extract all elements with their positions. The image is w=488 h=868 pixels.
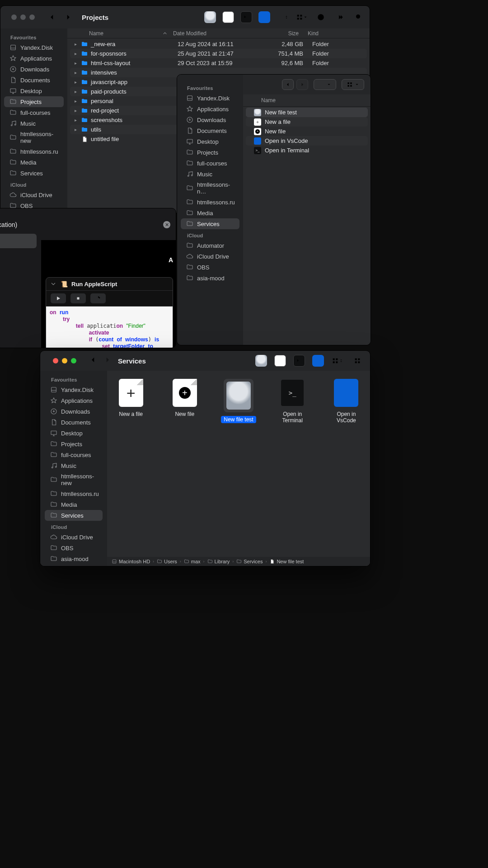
sidebar-item-media[interactable]: Media (4, 157, 64, 168)
sidebar-item-applications[interactable]: Applications (4, 53, 64, 64)
toolbar-newfile-icon[interactable] (222, 11, 234, 23)
stop-button[interactable] (70, 293, 86, 303)
sidebar-item-media[interactable]: Media (45, 499, 103, 510)
back-button[interactable] (47, 13, 57, 21)
file-row[interactable]: >_Open in Terminal (246, 146, 368, 155)
toolbar-vscode-icon[interactable] (258, 11, 270, 23)
apps-icon (50, 397, 57, 404)
path-segment[interactable]: Library (207, 559, 230, 564)
sidebar-item-htmllessons-ru[interactable]: htmllessons.ru (4, 146, 64, 157)
back-button[interactable] (89, 356, 97, 366)
view-grid-button[interactable] (331, 354, 344, 367)
back-button[interactable] (282, 79, 294, 90)
sidebar-item-htmllessons-new[interactable]: htmllessons-new (45, 471, 103, 488)
sidebar-item-projects[interactable]: Projects (45, 439, 103, 449)
sidebar-item-automator[interactable]: Automator (181, 240, 239, 251)
sidebar-item-downloads[interactable]: Downloads (181, 114, 239, 125)
more-button[interactable] (333, 11, 346, 24)
view-list-button[interactable] (277, 11, 289, 24)
sidebar-item-yandex-disk[interactable]: Yandex.Disk (4, 42, 64, 53)
sidebar-item-icloud-drive[interactable]: iCloud Drive (4, 189, 64, 200)
desktop-icon (9, 87, 17, 94)
sidebar-item-documents[interactable]: Documents (4, 75, 64, 85)
sidebar-item-music[interactable]: Music (181, 169, 239, 179)
view-list-button[interactable] (314, 79, 336, 90)
column-headers[interactable]: Name Date Modified Size Kind (67, 28, 370, 38)
file-row[interactable]: Open in VsCode (246, 136, 368, 146)
view-grid-button[interactable] (342, 79, 364, 90)
chevron-down-icon[interactable] (50, 280, 57, 288)
sidebar-item-music[interactable]: Music (45, 460, 103, 471)
grid-item-open-in-vscode[interactable]: Open in VsCode (325, 379, 367, 549)
close-tab-icon[interactable]: ✕ (163, 221, 170, 228)
view-grid-button[interactable] (296, 11, 308, 24)
sidebar-item-documents[interactable]: Documents (45, 417, 103, 428)
file-row[interactable]: ▸for-sposnsors25 Aug 2021 at 21:47751,4 … (70, 49, 367, 58)
path-segment[interactable]: Users (157, 559, 177, 564)
sidebar-item-obs[interactable]: OBS (45, 542, 103, 553)
view-grid2-button[interactable] (351, 354, 364, 367)
sidebar-item-htmllessons-n-[interactable]: htmllessons-n… (181, 179, 239, 197)
sidebar-item-icloud-drive[interactable]: iCloud Drive (45, 532, 103, 542)
grid-item-new-file-test[interactable]: New file test (217, 379, 259, 549)
toolbar-automator-icon[interactable] (255, 355, 267, 367)
column-headers[interactable]: Name (243, 94, 371, 107)
path-segment[interactable]: max (184, 559, 201, 564)
file-row[interactable]: ▸_new-era12 Aug 2024 at 16:112,48 GBFold… (70, 39, 367, 49)
sidebar-item-projects[interactable]: Projects (4, 96, 64, 107)
sidebar-item-applications[interactable]: Applications (181, 104, 239, 114)
sidebar-item-projects[interactable]: Projects (181, 147, 239, 158)
sidebar-item-htmllessons-new[interactable]: htmllessons-new (4, 129, 64, 146)
grid-item-open-in-terminal[interactable]: >_Open in Terminal (272, 379, 314, 549)
sidebar-item-desktop[interactable]: Desktop (4, 85, 64, 96)
file-row[interactable]: +New file (246, 127, 368, 136)
grid-item-new-file[interactable]: +New file (164, 379, 206, 549)
toolbar-terminal-icon[interactable] (293, 355, 305, 367)
file-row[interactable]: ＋New a file (246, 117, 368, 127)
sidebar-item-htmllessons-ru[interactable]: htmllessons.ru (181, 197, 239, 208)
sidebar-item-desktop[interactable]: Desktop (181, 136, 239, 147)
file-row[interactable]: ▸html-css-layout29 Oct 2023 at 15:5992,6… (70, 58, 367, 68)
sidebar-item-full-courses[interactable]: full-courses (45, 449, 103, 460)
path-segment[interactable]: Macintosh HD (112, 559, 150, 564)
toolbar-automator-icon[interactable] (204, 11, 216, 23)
search-button[interactable] (352, 11, 365, 24)
traffic-lights[interactable] (5, 7, 41, 27)
sidebar-item-obs[interactable]: OBS (181, 262, 239, 273)
sidebar-item-media[interactable]: Media (181, 208, 239, 218)
toolbar-newfile-icon[interactable] (274, 355, 286, 367)
sidebar-item-downloads[interactable]: Downloads (4, 64, 64, 75)
grid-item-new-a-file[interactable]: +New a file (110, 379, 152, 549)
sidebar-item-icloud-drive[interactable]: iCloud Drive (181, 251, 239, 262)
sidebar-item-yandex-disk[interactable]: Yandex.Disk (45, 384, 103, 395)
sidebar-item-documents[interactable]: Documents (181, 125, 239, 136)
sidebar-item-label: Media (61, 501, 77, 508)
run-button[interactable] (51, 293, 66, 303)
sidebar-item-downloads[interactable]: Downloads (45, 406, 103, 417)
toolbar-vscode-icon[interactable] (312, 355, 324, 367)
share-button[interactable] (314, 11, 327, 24)
sidebar-item-applications[interactable]: Applications (45, 395, 103, 406)
sidebar-item-music[interactable]: Music (4, 118, 64, 129)
sidebar-item-full-courses[interactable]: full-courses (181, 158, 239, 169)
path-segment[interactable]: New file test (269, 559, 304, 564)
code-editor[interactable]: on run try tell application "Finder" act… (46, 306, 173, 348)
sidebar-item-services[interactable]: Services (45, 510, 103, 521)
path-segment[interactable]: Services (236, 559, 263, 564)
sidebar-item-services[interactable]: Services (4, 168, 64, 179)
sidebar-item-services[interactable]: Services (181, 218, 239, 229)
forward-button[interactable] (103, 356, 112, 366)
compile-button[interactable] (90, 293, 106, 303)
forward-button[interactable] (296, 79, 308, 90)
sidebar-item-htmllessons-ru[interactable]: htmllessons.ru (45, 488, 103, 499)
file-row[interactable]: New file test (246, 108, 368, 117)
sidebar-item-asia-mood[interactable]: asia-mood (181, 273, 239, 283)
sidebar-item-desktop[interactable]: Desktop (45, 428, 103, 439)
path-bar[interactable]: Macintosh HD›Users›max›Library›Services›… (107, 557, 370, 566)
forward-button[interactable] (63, 13, 74, 21)
sidebar-item-full-courses[interactable]: full-courses (4, 107, 64, 118)
sidebar-item-yandex-disk[interactable]: Yandex.Disk (181, 93, 239, 104)
sidebar-item-asia-mood[interactable]: asia-mood (45, 553, 103, 564)
traffic-lights[interactable] (47, 351, 83, 371)
toolbar-terminal-icon[interactable] (240, 11, 252, 23)
